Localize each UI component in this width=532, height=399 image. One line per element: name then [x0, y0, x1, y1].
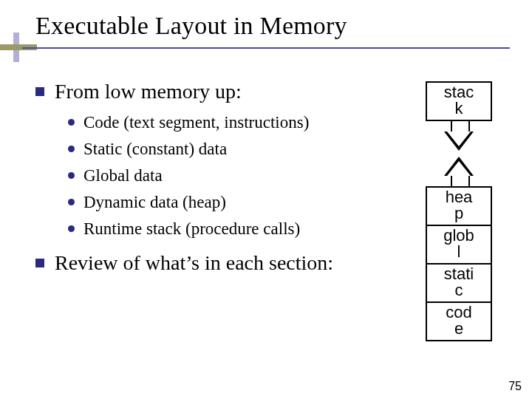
- arrow-up-icon: [426, 154, 492, 186]
- bullet-text: Global data: [83, 165, 163, 187]
- memory-box-global: globl: [426, 225, 492, 265]
- square-bullet-icon: [35, 87, 44, 96]
- bullet-level2: Code (text segment, instructions): [68, 112, 384, 134]
- round-bullet-icon: [68, 146, 75, 152]
- bullet-text: Runtime stack (procedure calls): [83, 218, 300, 240]
- title-underline: [22, 47, 510, 49]
- bullet-level2: Global data: [68, 165, 384, 187]
- memory-label: code: [446, 303, 471, 338]
- memory-label: stack: [444, 83, 474, 117]
- bullet-level2: Dynamic data (heap): [68, 191, 384, 214]
- bullet-text: Code (text segment, instructions): [83, 112, 309, 134]
- bullet-text: Dynamic data (heap): [83, 191, 226, 214]
- bullet-level1: Review of what’s in each section:: [35, 250, 384, 276]
- bullet-level1: From low memory up:: [35, 78, 384, 104]
- slide: Executable Layout in Memory From low mem…: [0, 0, 532, 399]
- memory-label: static: [444, 265, 474, 299]
- memory-box-static: static: [426, 263, 492, 303]
- memory-layout-diagram: stack heap globl static code: [426, 81, 492, 341]
- round-bullet-icon: [68, 225, 75, 232]
- memory-box-stack: stack: [426, 81, 492, 121]
- memory-label: heap: [446, 188, 473, 222]
- arrow-down-icon: [426, 121, 492, 154]
- round-bullet-icon: [68, 119, 75, 126]
- bullet-text: From low memory up:: [55, 78, 242, 104]
- bullet-text: Review of what’s in each section:: [55, 250, 333, 276]
- bullet-text: Static (constant) data: [83, 138, 227, 160]
- round-bullet-icon: [68, 172, 75, 179]
- bullet-level2: Static (constant) data: [68, 138, 384, 160]
- bullet-level2: Runtime stack (procedure calls): [68, 218, 384, 240]
- square-bullet-icon: [35, 259, 44, 267]
- memory-box-heap: heap: [426, 186, 492, 226]
- round-bullet-icon: [68, 199, 75, 205]
- page-number: 75: [508, 380, 522, 393]
- bullet-level2-list: Code (text segment, instructions) Static…: [68, 112, 384, 239]
- slide-body: From low memory up: Code (text segment, …: [35, 74, 384, 283]
- memory-box-code: code: [426, 301, 492, 341]
- slide-title: Executable Layout in Memory: [35, 12, 347, 40]
- memory-label: globl: [443, 226, 474, 261]
